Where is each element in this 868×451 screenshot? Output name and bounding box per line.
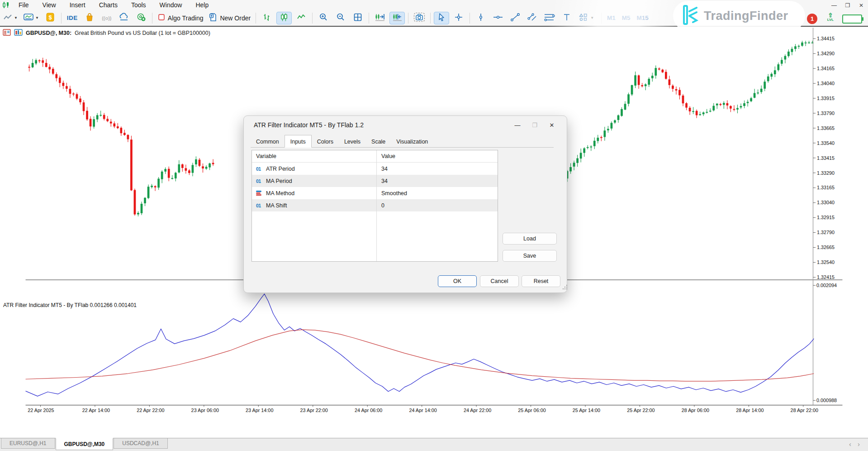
svg-text:1.33290: 1.33290 xyxy=(817,170,835,176)
tabs-scroll-right-button[interactable]: › xyxy=(858,440,860,448)
menu-tools[interactable]: Tools xyxy=(124,1,153,9)
dialog-tabs: Common Inputs Colors Levels Scale Visual… xyxy=(251,135,554,148)
chart-shift-button[interactable] xyxy=(389,12,405,24)
maximize-button[interactable]: ❐ xyxy=(841,2,854,9)
screenshot-button[interactable] xyxy=(412,12,427,24)
load-button[interactable]: Load xyxy=(503,233,557,245)
camera-icon xyxy=(413,12,425,24)
tab-visualization[interactable]: Visualization xyxy=(391,136,433,147)
ok-button[interactable]: OK xyxy=(438,275,477,287)
dialog-maximize-button[interactable]: ❐ xyxy=(526,122,543,129)
table-row[interactable]: 01MA Shift 0 xyxy=(252,199,498,211)
dialog-minimize-button[interactable]: — xyxy=(509,122,526,129)
resize-grip[interactable] xyxy=(563,288,564,289)
tab-colors[interactable]: Colors xyxy=(312,136,339,147)
algo-trading-label: Algo Trading xyxy=(168,14,204,22)
tile-windows-button[interactable] xyxy=(350,12,365,24)
crosshair-tool-button[interactable] xyxy=(451,12,466,24)
menu-insert[interactable]: Insert xyxy=(63,1,92,9)
trendline-tool-button[interactable] xyxy=(508,12,523,24)
chart-profile-button[interactable]: ▼ xyxy=(1,12,19,24)
close-button[interactable]: ✕ xyxy=(854,2,868,9)
zoom-out-button[interactable] xyxy=(333,12,348,24)
cursor-tool-button[interactable] xyxy=(434,12,449,24)
timeframe-m1-button[interactable]: M1 xyxy=(604,14,619,22)
cloud-button[interactable] xyxy=(116,12,132,24)
shopping-bag-icon xyxy=(85,13,94,23)
chart-tab-usdcad[interactable]: USDCAD@,H1 xyxy=(114,438,168,449)
candlestick-chart-type-button[interactable] xyxy=(276,12,292,24)
fibonacci-icon xyxy=(544,13,555,23)
chart-symbol-title: GBPUSD@, M30: xyxy=(26,30,71,36)
text-tool-button[interactable] xyxy=(559,12,574,24)
lvl-indicator-icon[interactable]: ⇧ LVL xyxy=(825,13,836,25)
depth-of-market-icon[interactable] xyxy=(3,29,11,37)
cancel-button[interactable]: Cancel xyxy=(480,275,519,287)
param-value[interactable]: 34 xyxy=(376,178,388,184)
signals-button[interactable]: ((o)) xyxy=(99,12,114,24)
community-button[interactable] xyxy=(133,12,149,24)
table-row[interactable]: 01ATR Period 34 xyxy=(252,163,498,175)
svg-text:1.34415: 1.34415 xyxy=(817,36,835,41)
param-value[interactable]: 34 xyxy=(376,166,388,172)
svg-text:1.33915: 1.33915 xyxy=(817,96,835,101)
mt5-logo-icon xyxy=(0,1,12,9)
svg-text:1.33540: 1.33540 xyxy=(817,140,835,146)
svg-text:$: $ xyxy=(48,14,52,21)
menu-charts[interactable]: Charts xyxy=(92,1,124,9)
text-icon xyxy=(563,13,571,23)
notification-badge[interactable]: 1 xyxy=(807,14,817,24)
timeframe-m15-button[interactable]: M15 xyxy=(634,14,652,22)
ide-button[interactable]: IDE xyxy=(65,12,80,24)
param-name: MA Shift xyxy=(266,202,287,209)
chart-header: GBPUSD@, M30: Great British Pound vs US … xyxy=(3,29,210,38)
shapes-tool-button[interactable]: ▼ xyxy=(576,12,596,24)
line-chart-type-button[interactable] xyxy=(294,12,309,24)
menu-view[interactable]: View xyxy=(36,1,63,9)
bar-chart-type-button[interactable] xyxy=(259,12,275,24)
horizontal-line-tool-button[interactable] xyxy=(490,12,506,24)
svg-text:1.33040: 1.33040 xyxy=(817,200,835,205)
table-row[interactable]: 01MA Period 34 xyxy=(252,175,498,187)
timeframe-m5-button[interactable]: M5 xyxy=(619,14,634,22)
table-header-row: Variable Value xyxy=(252,150,498,163)
tab-scale[interactable]: Scale xyxy=(366,136,391,147)
minimize-button[interactable]: — xyxy=(827,2,841,9)
channel-tool-button[interactable] xyxy=(525,12,540,24)
tab-inputs[interactable]: Inputs xyxy=(285,135,312,148)
algo-trading-button[interactable]: Algo Trading xyxy=(156,12,205,24)
tab-levels[interactable]: Levels xyxy=(339,136,366,147)
symbol-chart-icon[interactable] xyxy=(14,29,23,37)
tab-common[interactable]: Common xyxy=(251,136,285,147)
dialog-close-button[interactable]: ✕ xyxy=(543,122,560,129)
auto-scroll-button[interactable] xyxy=(372,12,388,24)
svg-text:1.33665: 1.33665 xyxy=(817,125,835,131)
svg-text:22 Apr 14:00: 22 Apr 14:00 xyxy=(82,408,110,413)
chart-tab-eurusd[interactable]: EURUSD@,H1 xyxy=(1,438,55,449)
tabs-scroll-left-button[interactable]: ‹ xyxy=(849,440,851,448)
indicator-window-button[interactable]: ▼ xyxy=(21,12,41,24)
line-chart-icon xyxy=(3,13,13,23)
deposit-button[interactable]: $ xyxy=(43,12,58,24)
param-value[interactable]: 0 xyxy=(376,202,384,209)
market-button[interactable] xyxy=(82,12,97,24)
fibonacci-tool-button[interactable] xyxy=(542,12,557,24)
vertical-line-tool-button[interactable] xyxy=(473,12,489,24)
param-value[interactable]: Smoothed xyxy=(376,190,407,197)
svg-text:24 Apr 14:00: 24 Apr 14:00 xyxy=(409,408,436,413)
menu-help[interactable]: Help xyxy=(189,1,215,9)
svg-text:1.32540: 1.32540 xyxy=(817,259,835,265)
menu-file[interactable]: File xyxy=(12,1,36,9)
table-row[interactable]: MA Method Smoothed xyxy=(252,187,498,199)
column-divider[interactable] xyxy=(376,150,377,261)
zoom-in-button[interactable] xyxy=(316,12,331,24)
svg-text:25 Apr 22:00: 25 Apr 22:00 xyxy=(627,408,655,413)
new-order-button[interactable]: New Order xyxy=(207,12,252,24)
reset-button[interactable]: Reset xyxy=(522,275,560,287)
menu-window[interactable]: Window xyxy=(153,1,189,9)
dialog-titlebar[interactable]: ATR Filter Indicator MT5 - By TFlab 1.2 … xyxy=(244,116,567,134)
svg-text:0.002094: 0.002094 xyxy=(816,283,837,288)
zoom-out-icon xyxy=(336,13,345,23)
save-button[interactable]: Save xyxy=(503,250,557,262)
chart-tab-gbpusd[interactable]: GBPUSD@,M30 xyxy=(56,438,114,450)
